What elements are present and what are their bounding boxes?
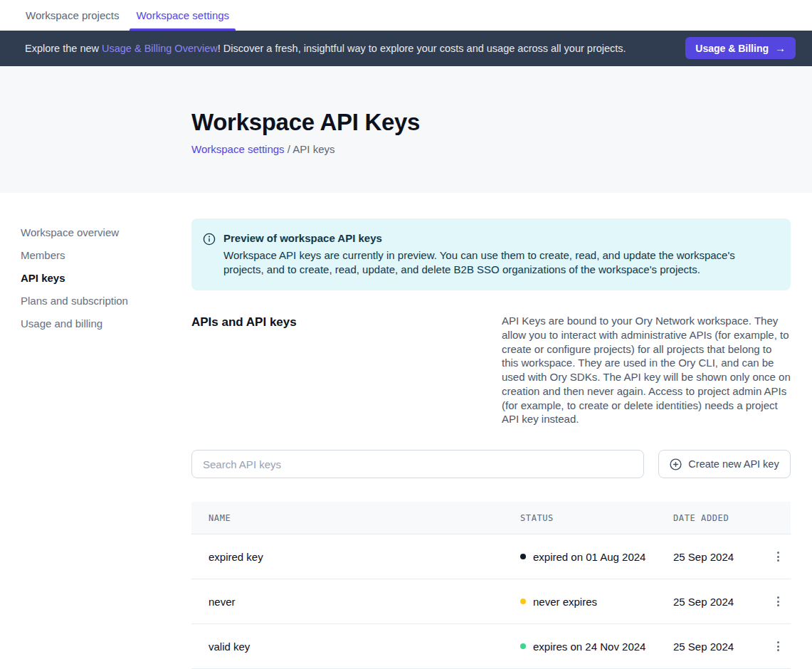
column-header-name: NAME bbox=[209, 513, 520, 523]
breadcrumb-current: API keys bbox=[292, 143, 334, 155]
api-key-status: expired on 01 Aug 2024 bbox=[520, 551, 673, 563]
create-api-key-button[interactable]: Create new API key bbox=[658, 450, 791, 478]
page-title: Workspace API Keys bbox=[191, 109, 791, 136]
api-key-name: valid key bbox=[209, 641, 520, 653]
status-text: expires on 24 Nov 2024 bbox=[533, 641, 645, 653]
api-keys-toolbar: Create new API key bbox=[191, 450, 791, 478]
tab-workspace-projects[interactable]: Workspace projects bbox=[19, 0, 125, 31]
main-content: Preview of workspace API keys Workspace … bbox=[191, 193, 791, 669]
api-keys-table: NAME STATUS DATE ADDED expired key expir… bbox=[191, 502, 791, 669]
banner-text-after: ! Discover a fresh, insightful way to ex… bbox=[218, 43, 626, 54]
arrow-right-icon: → bbox=[775, 42, 786, 54]
settings-sidebar: Workspace overview Members API keys Plan… bbox=[0, 193, 191, 669]
api-key-name: never bbox=[209, 596, 520, 608]
status-text: never expires bbox=[533, 596, 597, 608]
sidebar-item-workspace-overview[interactable]: Workspace overview bbox=[21, 226, 119, 239]
page-header: Workspace API Keys Workspace settings / … bbox=[0, 66, 812, 194]
banner-text-before: Explore the new bbox=[25, 43, 102, 54]
sidebar-item-plans-and-subscription[interactable]: Plans and subscription bbox=[21, 294, 128, 307]
api-key-date-added: 25 Sep 2024 bbox=[673, 641, 768, 653]
api-key-date-added: 25 Sep 2024 bbox=[673, 551, 768, 563]
callout-content: Preview of workspace API keys Workspace … bbox=[223, 232, 774, 277]
api-key-status: expires on 24 Nov 2024 bbox=[520, 641, 673, 653]
usage-billing-overview-link[interactable]: Usage & Billing Overview bbox=[102, 43, 218, 54]
table-header-row: NAME STATUS DATE ADDED bbox=[191, 502, 791, 534]
search-input[interactable] bbox=[191, 450, 644, 478]
row-menu-kebab-icon[interactable] bbox=[769, 638, 786, 655]
body: Workspace overview Members API keys Plan… bbox=[0, 193, 812, 669]
usage-billing-button-label: Usage & Billing bbox=[695, 43, 769, 54]
create-api-key-button-label: Create new API key bbox=[688, 458, 779, 470]
info-circle-icon bbox=[203, 233, 216, 277]
usage-billing-banner: Explore the new Usage & Billing Overview… bbox=[0, 31, 812, 66]
banner-message: Explore the new Usage & Billing Overview… bbox=[25, 43, 626, 54]
sidebar-item-api-keys[interactable]: API keys bbox=[21, 271, 65, 285]
status-text: expired on 01 Aug 2024 bbox=[533, 551, 645, 563]
breadcrumb: Workspace settings / API keys bbox=[191, 143, 791, 155]
section-description: API Keys are bound to your Ory Network w… bbox=[502, 314, 791, 426]
section-heading: APIs and API keys bbox=[191, 314, 297, 426]
table-row[interactable]: expired key expired on 01 Aug 2024 25 Se… bbox=[191, 534, 791, 579]
row-menu-kebab-icon[interactable] bbox=[769, 593, 786, 610]
tab-workspace-settings[interactable]: Workspace settings bbox=[130, 0, 236, 31]
page: Workspace projects Workspace settings Ex… bbox=[0, 0, 812, 669]
sidebar-item-usage-and-billing[interactable]: Usage and billing bbox=[21, 317, 102, 330]
status-dot bbox=[520, 554, 526, 559]
table-row[interactable]: never never expires 25 Sep 2024 bbox=[191, 579, 791, 624]
callout-title: Preview of workspace API keys bbox=[223, 232, 774, 244]
status-dot bbox=[520, 599, 526, 604]
breadcrumb-separator: / bbox=[285, 143, 293, 155]
row-menu-kebab-icon[interactable] bbox=[769, 548, 786, 565]
column-header-status: STATUS bbox=[520, 513, 673, 523]
apis-section-header: APIs and API keys API Keys are bound to … bbox=[191, 314, 791, 426]
callout-body: Workspace API keys are currently in prev… bbox=[223, 248, 774, 277]
table-row[interactable]: valid key expires on 24 Nov 2024 25 Sep … bbox=[191, 624, 791, 669]
breadcrumb-workspace-settings-link[interactable]: Workspace settings bbox=[191, 143, 285, 155]
usage-billing-button[interactable]: Usage & Billing → bbox=[685, 37, 796, 59]
status-dot bbox=[520, 643, 526, 649]
top-tab-bar: Workspace projects Workspace settings bbox=[0, 0, 812, 31]
plus-circle-icon bbox=[670, 458, 682, 470]
column-header-date-added: DATE ADDED bbox=[673, 513, 768, 523]
sidebar-item-members[interactable]: Members bbox=[21, 248, 65, 262]
api-key-name: expired key bbox=[209, 551, 520, 563]
preview-callout: Preview of workspace API keys Workspace … bbox=[191, 218, 791, 290]
api-key-date-added: 25 Sep 2024 bbox=[673, 596, 768, 608]
api-key-status: never expires bbox=[520, 596, 673, 608]
